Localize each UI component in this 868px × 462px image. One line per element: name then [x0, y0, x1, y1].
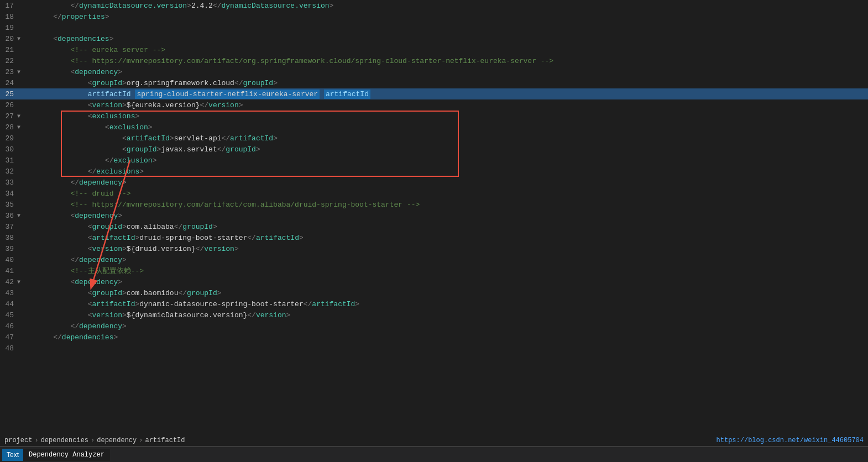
line-num-row-29: 29: [0, 133, 30, 144]
code-line-24: <groupId>org.springframework.cloud</grou…: [30, 77, 868, 88]
code-line-26: <version>${eureka.version}</version>: [30, 99, 868, 111]
code-line-30: <groupId>javax.servlet</groupId>: [30, 144, 868, 155]
code-content[interactable]: </dynamicDatasource.version>2.4.2</dynam…: [30, 0, 868, 434]
line-num-row-35: 35: [0, 199, 30, 210]
line-num-row-42: ▼ 42: [0, 276, 30, 287]
code-line-38: <artifactId>druid-spring-boot-starter</a…: [30, 232, 868, 243]
line-num-row-26: 26: [0, 99, 30, 111]
code-line-33: </dependency>: [30, 177, 868, 188]
code-line-31: </exclusion>: [30, 155, 868, 166]
line-num-row-30: 30: [0, 144, 30, 155]
code-line-48: [30, 343, 868, 354]
code-line-17: </dynamicDatasource.version>2.4.2</dynam…: [30, 0, 868, 11]
breadcrumb-project[interactable]: project: [4, 437, 32, 444]
editor-area: 17 18 19 ▼ 20 21 22 ▼ 23 24: [0, 0, 868, 434]
code-line-37: <groupId>com.alibaba</groupId>: [30, 221, 868, 232]
code-line-25: artifactId spring-cloud-starter-netflix-…: [30, 88, 868, 99]
line-num-row-47: 47: [0, 332, 30, 343]
line-num-row-32: 32: [0, 166, 30, 177]
line-num-row-23: ▼ 23: [0, 66, 30, 77]
breadcrumb-sep-1: ›: [34, 437, 38, 444]
line-num-row-36: ▼ 36: [0, 210, 30, 221]
blog-url[interactable]: https://blog.csdn.net/weixin_44605704: [717, 437, 864, 444]
code-line-21: <!-- eureka server -->: [30, 44, 868, 55]
code-line-18: </properties>: [30, 11, 868, 22]
breadcrumb-sep-3: ›: [139, 437, 143, 444]
code-line-34: <!-- druid -->: [30, 188, 868, 199]
line-num-row-18: 18: [0, 11, 30, 22]
line-num-row-41: 41: [0, 265, 30, 276]
code-line-35: <!-- https://mvnrepository.com/artifact/…: [30, 199, 868, 210]
line-num-row-25: 25: [0, 88, 30, 99]
line-num-row-24: 24: [0, 77, 30, 88]
line-num-row-39: 39: [0, 243, 30, 254]
line-num-row-21: 21: [0, 44, 30, 55]
line-num-row-38: 38: [0, 232, 30, 243]
fold-icon-42[interactable]: ▼: [15, 279, 22, 285]
fold-icon-20[interactable]: ▼: [15, 35, 22, 42]
breadcrumb-artifactid[interactable]: artifactId: [145, 437, 185, 444]
code-line-22: <!-- https://mvnrepository.com/artifact/…: [30, 55, 868, 66]
line-num-row-34: 34: [0, 188, 30, 199]
code-line-46: </dependency>: [30, 321, 868, 332]
line-num-row-31: 31: [0, 155, 30, 166]
line-num-row-37: 37: [0, 221, 30, 232]
line-num-row-46: 46: [0, 321, 30, 332]
fold-icon-28[interactable]: ▼: [15, 124, 22, 130]
code-line-23: <dependency>: [30, 66, 868, 77]
code-line-47: </dependencies>: [30, 332, 868, 343]
fold-icon-23[interactable]: ▼: [15, 69, 22, 75]
code-line-45: <version>${dynamicDatasource.version}</v…: [30, 309, 868, 321]
breadcrumb-dependencies[interactable]: dependencies: [41, 437, 88, 444]
fold-icon-36[interactable]: ▼: [15, 212, 22, 219]
code-line-44: <artifactId>dynamic-datasource-spring-bo…: [30, 298, 868, 309]
line-num-row-19: 19: [0, 22, 30, 33]
line-num-row-44: 44: [0, 298, 30, 309]
breadcrumb-sep-2: ›: [91, 437, 95, 444]
code-line-20: <dependencies>: [30, 33, 868, 44]
code-line-29: <artifactId>servlet-api</artifactId>: [30, 133, 868, 144]
text-button[interactable]: Text: [2, 449, 23, 461]
line-num-row-40: 40: [0, 254, 30, 265]
fold-icon-27[interactable]: ▼: [15, 113, 22, 119]
code-line-32: </exclusions>: [30, 166, 868, 177]
code-line-41: <!--主从配置依赖-->: [30, 265, 868, 276]
code-line-28: <exclusion>: [30, 122, 868, 133]
line-numbers: 17 18 19 ▼ 20 21 22 ▼ 23 24: [0, 0, 30, 434]
code-line-36: <dependency>: [30, 210, 868, 221]
line-num-row-20: ▼ 20: [0, 33, 30, 44]
line-num-row-28: ▼ 28: [0, 122, 30, 133]
code-line-43: <groupId>com.baomidou</groupId>: [30, 287, 868, 298]
code-line-39: <version>${druid.version}</version>: [30, 243, 868, 254]
line-num-row-43: 43: [0, 287, 30, 298]
line-num-row-45: 45: [0, 309, 30, 321]
line-num-row-17: 17: [0, 0, 30, 11]
code-line-42: <dependency>: [30, 276, 868, 287]
line-num-row-48: 48: [0, 343, 30, 354]
breadcrumb-dependency[interactable]: dependency: [97, 437, 137, 444]
code-line-19: [30, 22, 868, 33]
breadcrumb-bar: project › dependencies › dependency › ar…: [0, 434, 868, 447]
line-num-row-22: 22: [0, 55, 30, 66]
code-line-40: </dependency>: [30, 254, 868, 265]
bottom-tab-bar: Text Dependency Analyzer: [0, 447, 868, 462]
code-line-27: <exclusions>: [30, 111, 868, 122]
line-num-row-27: ▼ 27: [0, 111, 30, 122]
line-num-row-33: 33: [0, 177, 30, 188]
dependency-analyzer-tab[interactable]: Dependency Analyzer: [23, 449, 110, 461]
